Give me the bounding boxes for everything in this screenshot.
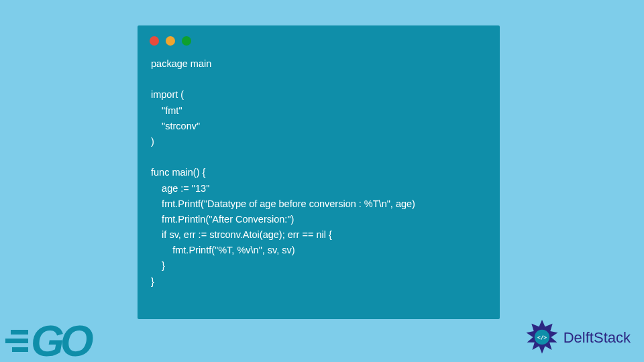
minimize-icon [166, 36, 175, 46]
maximize-icon [182, 36, 191, 46]
code-window: package main import ( "fmt" "strconv" ) … [138, 25, 500, 319]
close-icon [150, 36, 159, 46]
window-controls [138, 25, 500, 46]
delftstack-brand-text: DelftStack [564, 329, 631, 347]
go-speed-lines-icon [4, 330, 28, 352]
go-logo: GO [4, 323, 90, 359]
code-symbol: </> [537, 335, 547, 341]
delftstack-logo: </> DelftStack [523, 319, 631, 357]
star-badge-icon: </> [523, 319, 561, 357]
go-logo-text: GO [31, 323, 90, 359]
code-content: package main import ( "fmt" "strconv" ) … [138, 46, 500, 300]
